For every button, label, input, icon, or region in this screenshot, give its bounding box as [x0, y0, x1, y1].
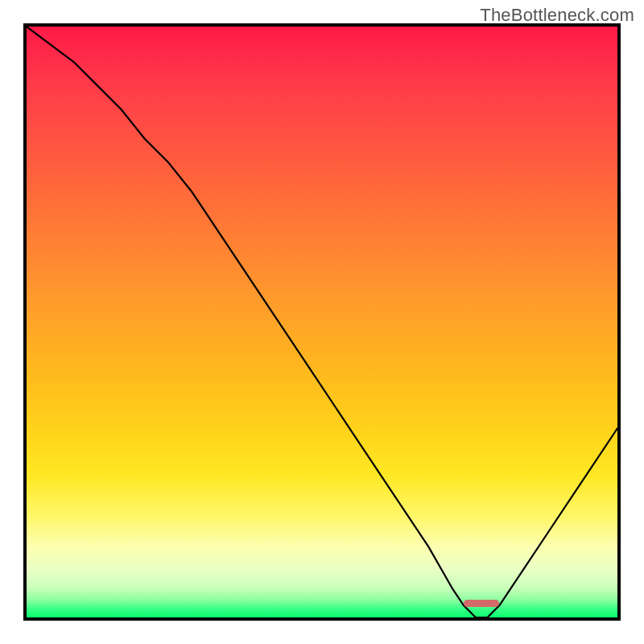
chart-root: TheBottleneck.com: [0, 0, 644, 644]
bottleneck-curve: [27, 27, 617, 617]
plot-area: [23, 23, 621, 621]
watermark-text: TheBottleneck.com: [480, 5, 634, 26]
optimal-range-marker: [464, 600, 499, 607]
